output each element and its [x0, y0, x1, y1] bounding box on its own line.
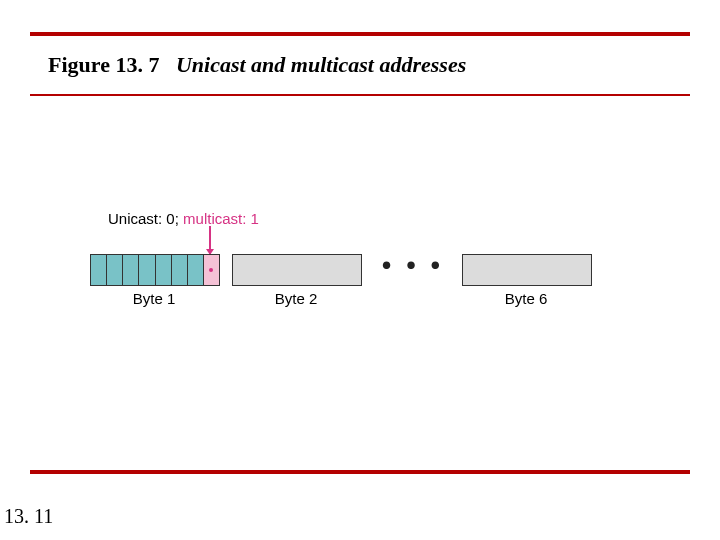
bit-cell: [156, 255, 172, 285]
ellipsis: • • •: [378, 250, 448, 281]
bit-cell: [172, 255, 188, 285]
byte-1-label: Byte 1: [90, 290, 218, 307]
bit-cell: [139, 255, 155, 285]
top-rule-thin: [30, 94, 690, 96]
bit-annotation: Unicast: 0; multicast: 1: [108, 210, 259, 227]
byte-6-label: Byte 6: [462, 290, 590, 307]
figure-title: Figure 13. 7 Unicast and multicast addre…: [48, 52, 466, 78]
top-rule-thick: [30, 32, 690, 36]
byte-1: [90, 254, 220, 286]
multicast-bit-cell: [204, 255, 219, 285]
multicast-label: multicast: 1: [183, 210, 259, 227]
page-number: 13. 11: [4, 505, 53, 528]
bit-cell: [188, 255, 204, 285]
callout-arrow: [209, 226, 211, 254]
figure-caption: Unicast and multicast addresses: [176, 52, 466, 77]
bit-cell: [107, 255, 123, 285]
bit-cell: [91, 255, 107, 285]
unicast-label: Unicast: 0;: [108, 210, 179, 227]
figure-number: Figure 13. 7: [48, 52, 159, 77]
slide: Figure 13. 7 Unicast and multicast addre…: [0, 0, 720, 540]
byte-2-label: Byte 2: [232, 290, 360, 307]
bottom-rule: [30, 470, 690, 474]
byte-6: [462, 254, 592, 286]
byte-2: [232, 254, 362, 286]
bit-cell: [123, 255, 139, 285]
address-diagram: Unicast: 0; multicast: 1 • • • Byte 1 By…: [90, 210, 650, 370]
